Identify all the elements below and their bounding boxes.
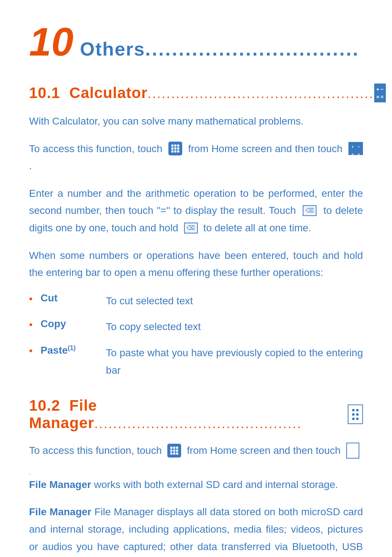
fm-para3: File Manager File Manager displays all d…	[29, 503, 363, 557]
section-10-1-title: 10.1 Calculator.........................…	[29, 84, 374, 102]
file-manager-small-icon	[346, 443, 359, 459]
delete-hold-icon-inline: ⌫	[184, 223, 198, 233]
fm-para1: To access this function, touch from Home…	[29, 442, 363, 459]
section-10-2-title: 10.2 File Manager.......................…	[29, 397, 348, 432]
section-10-2: 10.2 File Manager.......................…	[29, 397, 363, 557]
bullet-item-cut: • Cut To cut selected text	[29, 292, 363, 310]
calc-para4: When some numbers or operations have bee…	[29, 247, 363, 281]
bullet-dot-cut: •	[29, 293, 33, 305]
calc-small-icon: +− ×=	[348, 142, 363, 155]
bullet-item-paste: • Paste(1) To paste what you have previo…	[29, 344, 363, 379]
bullet-dot-paste: •	[29, 345, 33, 357]
bullet-item-copy: • Copy To copy selected text	[29, 318, 363, 336]
apps-grid-icon	[171, 145, 179, 153]
bullet-term-paste: Paste(1)	[41, 344, 106, 356]
chapter-number: 10	[29, 22, 73, 62]
calc-bullet-list: • Cut To cut selected text • Copy To cop…	[29, 292, 363, 379]
section-10-1: 10.1 Calculator.........................…	[29, 84, 363, 379]
delete-icon-inline: ⌫	[303, 205, 317, 216]
fm-para2: File Manager works with both external SD…	[29, 476, 363, 493]
apps-icon-inline	[168, 142, 182, 155]
bullet-dot-copy: •	[29, 319, 33, 330]
section-10-1-heading: 10.1 Calculator.........................…	[29, 84, 363, 102]
chapter-title: Others................................	[80, 38, 359, 60]
apps-grid-fm-icon	[170, 447, 178, 455]
section-10-2-heading: 10.2 File Manager.......................…	[29, 397, 363, 432]
fm-bold2: File Manager	[29, 506, 91, 517]
bullet-desc-cut: To cut selected text	[106, 292, 193, 310]
apps-icon-fm	[167, 444, 181, 458]
calculator-heading-icon: +− ×=	[374, 84, 386, 102]
bullet-desc-copy: To copy selected text	[106, 318, 201, 336]
chapter-heading: 10 Others...............................…	[29, 22, 363, 62]
file-manager-heading-icon	[348, 404, 363, 424]
calc-para1: With Calculator, you can solve many math…	[29, 113, 363, 130]
calc-para3: Enter a number and the arithmetic operat…	[29, 185, 363, 237]
fm-bold1: File Manager	[29, 479, 91, 490]
bullet-desc-paste: To paste what you have previously copied…	[106, 344, 363, 379]
calc-para2: To access this function, touch from Home…	[29, 140, 363, 175]
bullet-term-copy: Copy	[41, 318, 106, 330]
bullet-term-cut: Cut	[41, 292, 106, 304]
